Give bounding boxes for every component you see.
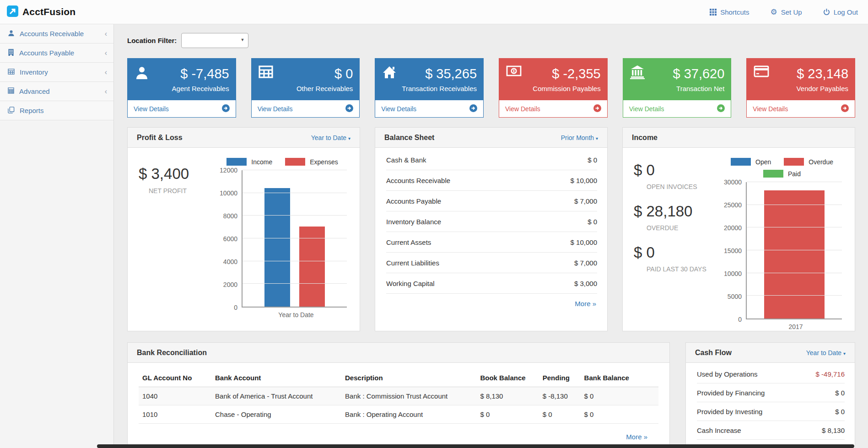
circle-arrow-icon xyxy=(841,104,849,113)
y-tick-label: 20000 xyxy=(724,224,742,232)
legend-item-paid: Paid xyxy=(763,170,801,178)
chevron-left-icon: ‹ xyxy=(105,49,107,57)
brand-icon xyxy=(6,5,19,19)
period-dropdown[interactable]: Prior Month ▾ xyxy=(561,134,598,141)
chevron-left-icon: ‹ xyxy=(105,87,107,96)
legend-item-open: Open xyxy=(731,158,771,166)
view-details-link[interactable]: View Details xyxy=(499,100,607,117)
kpi-cards-row: $ -7,485 Agent Receivables View Details … xyxy=(127,58,855,118)
table-icon xyxy=(8,68,15,76)
row-value: $ 0 xyxy=(835,408,845,416)
shortcuts-link[interactable]: Shortcuts xyxy=(710,8,749,16)
brand-logo[interactable]: AcctFusion xyxy=(6,5,75,19)
gridline xyxy=(747,182,842,182)
row-value: $ 0 xyxy=(588,218,597,226)
row-value: $ 0 xyxy=(835,389,845,397)
row-value: $ 10,000 xyxy=(571,238,597,246)
legend-swatch xyxy=(763,170,783,178)
cash-flow-row: Provided by Investing$ 0 xyxy=(697,402,845,421)
bar-overdue xyxy=(764,190,825,318)
y-axis: 020004000600080001000012000 xyxy=(214,170,242,308)
y-axis: 050001000015000200002500030000 xyxy=(718,182,746,319)
card-label: Vendor Payables xyxy=(753,85,848,92)
column-header: Bank Account xyxy=(211,368,341,387)
view-details-link[interactable]: View Details xyxy=(128,100,236,117)
stat-value: $ 0 xyxy=(634,244,718,261)
stat-value: $ 0 xyxy=(634,162,718,179)
sidebar-item-reports[interactable]: Reports xyxy=(0,101,113,120)
panel-title: Income xyxy=(632,134,658,142)
y-tick-label: 15000 xyxy=(724,247,742,254)
y-tick-label: 10000 xyxy=(220,189,237,197)
kpi-card-transaction-receivables: $ 35,265 Transaction Receivables View De… xyxy=(375,58,484,118)
reports-icon xyxy=(8,107,15,115)
logout-link[interactable]: Log Out xyxy=(823,8,858,16)
y-tick-label: 12000 xyxy=(220,167,237,174)
gridline xyxy=(243,283,347,284)
stat-value: $ 28,180 xyxy=(634,203,718,220)
y-tick-label: 25000 xyxy=(724,201,742,209)
y-tick-label: 0 xyxy=(738,316,742,323)
top-navbar: AcctFusion Shortcuts ⚙ Set Up Log Out xyxy=(0,0,868,24)
chart-legend: Income Expenses xyxy=(214,158,350,166)
circle-arrow-icon xyxy=(469,104,477,113)
balance-sheet-row: Working Capital$ 3,000 xyxy=(386,273,597,294)
cash-flow-row: Provided by Financing$ 0 xyxy=(697,383,845,402)
sidebar-item-accounts-receivable[interactable]: Accounts Receivable ‹ xyxy=(0,24,113,43)
balance-sheet-row: Inventory Balance$ 0 xyxy=(386,211,597,232)
row-value: $ -49,716 xyxy=(816,370,845,378)
cash-flow-row: Used by Operations$ -49,716 xyxy=(697,365,845,383)
period-dropdown[interactable]: Year to Date ▾ xyxy=(311,134,350,141)
balance-sheet-row: Current Assets$ 10,000 xyxy=(386,232,597,253)
gridline xyxy=(243,261,347,261)
caret-down-icon: ▾ xyxy=(596,136,598,141)
legend-item-expenses: Expenses xyxy=(285,158,338,166)
view-details-link[interactable]: View Details xyxy=(623,100,731,117)
stat-label: PAID LAST 30 DAYS xyxy=(634,265,718,273)
row-label: Accounts Payable xyxy=(386,197,441,205)
overdue-stat: $ 28,180 OVERDUE xyxy=(634,203,718,232)
y-tick-label: 8000 xyxy=(223,212,237,220)
sidebar-item-inventory[interactable]: Inventory ‹ xyxy=(0,63,113,82)
row-label: Cash & Bank xyxy=(386,156,426,164)
sidebar-item-accounts-payable[interactable]: Accounts Payable ‹ xyxy=(0,43,113,63)
horizontal-scrollbar[interactable] xyxy=(97,444,854,448)
gridline xyxy=(747,205,842,205)
kpi-card-commission-payables: $ -2,355 Commission Payables View Detail… xyxy=(499,58,608,118)
profit-loss-chart: Income Expenses 020004000600080001000012… xyxy=(214,158,350,331)
location-filter-select[interactable] xyxy=(181,33,248,48)
y-tick-label: 5000 xyxy=(728,293,742,300)
row-label: Provided by Financing xyxy=(697,389,765,397)
more-link[interactable]: More » xyxy=(575,300,596,308)
column-header: Pending xyxy=(539,368,581,387)
cash-flow-panel: Cash Flow Year to Date ▾ Used by Operati… xyxy=(685,342,855,448)
view-details-link[interactable]: View Details xyxy=(375,100,483,117)
profit-loss-panel: Profit & Loss Year to Date ▾ $ 3,400 NET… xyxy=(127,127,360,331)
net-profit-value: $ 3,400 xyxy=(139,165,214,183)
power-icon xyxy=(823,8,830,16)
period-dropdown[interactable]: Year to Date ▾ xyxy=(806,349,846,356)
stat-label: OPEN INVOICES xyxy=(634,183,718,190)
row-label: Provided by Investing xyxy=(697,408,762,416)
brand-text: AcctFusion xyxy=(22,6,75,17)
table-row: 1010 Chase - Operating Bank : Operating … xyxy=(139,405,658,424)
open-invoices-stat: $ 0 OPEN INVOICES xyxy=(634,162,718,190)
balance-sheet-row: Cash & Bank$ 0 xyxy=(386,150,597,170)
view-details-link[interactable]: View Details xyxy=(252,100,360,117)
view-details-link[interactable]: View Details xyxy=(747,100,855,117)
panel-title: Bank Reconciliation xyxy=(137,349,207,357)
more-link[interactable]: More » xyxy=(626,433,647,441)
legend-swatch xyxy=(731,158,751,166)
y-tick-label: 4000 xyxy=(223,258,237,265)
sidebar-item-advanced[interactable]: Advanced ‹ xyxy=(0,82,113,101)
legend-swatch xyxy=(784,158,804,166)
row-value: $ 7,000 xyxy=(574,259,597,267)
balance-sheet-row: Current Liabilities$ 7,000 xyxy=(386,253,597,273)
y-tick-label: 10000 xyxy=(724,270,742,277)
gridline xyxy=(747,250,842,250)
setup-link[interactable]: ⚙ Set Up xyxy=(771,8,802,16)
bank-icon xyxy=(630,65,645,81)
balance-sheet-row: Accounts Receivable$ 10,000 xyxy=(386,170,597,191)
panel-title: Cash Flow xyxy=(695,349,732,357)
column-header: Bank Balance xyxy=(581,368,658,387)
